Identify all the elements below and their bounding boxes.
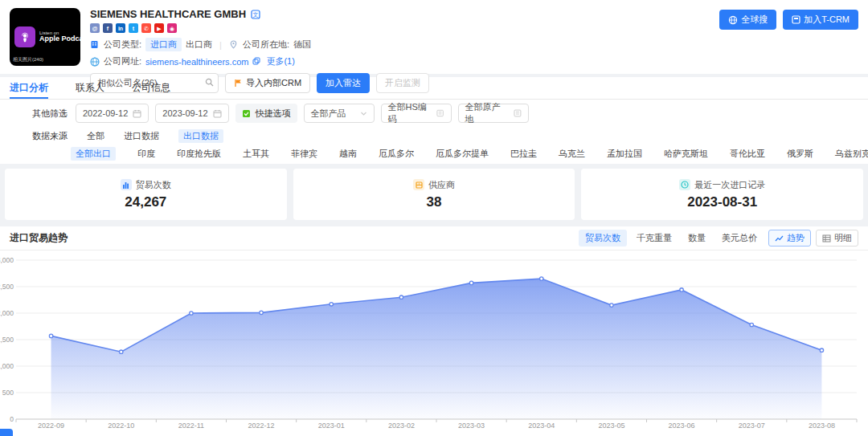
hs-code-select[interactable]: 全部HS编码 <box>381 104 452 123</box>
data-source-option[interactable]: 出口数据 <box>178 129 223 143</box>
country-tab[interactable]: 菲律宾 <box>291 148 317 160</box>
tab-import-analysis[interactable]: 进口分析 <box>10 77 48 99</box>
svg-text:2022-09: 2022-09 <box>38 422 64 430</box>
country-tab[interactable]: 越南 <box>339 148 357 160</box>
origin-select[interactable]: 全部原产地 <box>458 104 529 123</box>
svg-text:0: 0 <box>10 415 14 423</box>
product-select[interactable]: 全部产品 <box>304 104 375 123</box>
trend-view-button[interactable]: 趋势 <box>768 230 811 247</box>
date-to-input[interactable]: 2023-09-12 <box>155 104 228 123</box>
divider: | <box>219 40 222 50</box>
trade-count-card: 贸易次数 24,267 <box>5 169 287 220</box>
website-label: 公司网址: <box>104 55 141 67</box>
last-import-card: 最近一次进口记录 2023-08-31 <box>581 169 863 220</box>
svg-text:2022-11: 2022-11 <box>178 422 204 430</box>
last-import-value: 2023-08-31 <box>687 194 757 210</box>
svg-text:2023-01: 2023-01 <box>318 422 345 430</box>
location-value: 德国 <box>293 39 311 51</box>
data-source-label: 数据来源 <box>32 130 68 142</box>
supplier-icon <box>413 179 424 190</box>
country-tab[interactable]: 厄瓜多尔 <box>379 148 414 160</box>
website-more-link[interactable]: 更多(1) <box>266 55 294 67</box>
phone-icon[interactable]: ✆ <box>141 23 151 33</box>
svg-text:文: 文 <box>253 10 259 17</box>
youtube-icon[interactable]: ▶ <box>154 23 164 33</box>
facebook-icon[interactable]: f <box>103 23 113 33</box>
quick-options-icon <box>242 109 251 118</box>
crm-icon <box>792 15 800 24</box>
svg-text:2,000: 2,000 <box>0 309 14 317</box>
svg-text:2,500: 2,500 <box>0 283 14 291</box>
country-tab[interactable]: 巴拉圭 <box>510 148 537 160</box>
linkedin-icon[interactable]: in <box>116 23 125 33</box>
add-radar-button[interactable]: 加入雷达 <box>317 73 370 93</box>
tab-company-info[interactable]: 公司信息 <box>132 77 170 99</box>
svg-text:2023-05: 2023-05 <box>598 422 624 430</box>
start-monitor-button[interactable]: 开启监测 <box>376 73 429 93</box>
metric-button[interactable]: 贸易次数 <box>579 230 627 247</box>
website-link[interactable]: siemens-healthineers.com <box>145 57 248 67</box>
chat-widget-corner[interactable] <box>0 429 13 436</box>
country-tab[interactable]: 土耳其 <box>243 148 269 160</box>
metric-button[interactable]: 千克重量 <box>630 230 678 247</box>
country-tab[interactable]: 乌克兰 <box>559 148 585 160</box>
chart-title: 进口贸易趋势 <box>10 231 68 245</box>
trade-count-value: 24,267 <box>125 194 166 210</box>
company-type-label: 公司类型: <box>104 39 141 51</box>
country-tab[interactable]: 哈萨克斯坦 <box>664 148 708 160</box>
clock-icon <box>679 179 690 190</box>
chevron-down-icon <box>360 110 367 117</box>
globe-icon <box>728 15 738 25</box>
filter-bar: 其他筛选 2022-09-12 2023-09-12 快捷选项 全部产品 全部H… <box>0 100 868 127</box>
supplier-value: 38 <box>427 194 442 210</box>
import-crm-button[interactable]: 导入内部CRM <box>225 73 310 93</box>
supplier-card: 供应商 38 <box>293 169 575 220</box>
svg-text:2023-07: 2023-07 <box>739 422 765 430</box>
instagram-icon[interactable]: ◉ <box>167 23 177 33</box>
svg-text:2023-02: 2023-02 <box>388 422 415 430</box>
twitter-icon[interactable]: t <box>129 23 138 33</box>
add-tcrm-button[interactable]: 加入T-CRM <box>783 10 858 30</box>
table-icon <box>822 234 831 242</box>
data-source-option[interactable]: 进口数据 <box>124 130 159 142</box>
quick-options-button[interactable]: 快捷选项 <box>235 104 297 123</box>
supplier-label: 供应商 <box>428 179 455 191</box>
company-type-exporter[interactable]: 出口商 <box>186 39 212 51</box>
country-tab[interactable]: 哥伦比亚 <box>730 148 765 160</box>
list-icon <box>514 109 522 117</box>
copy-icon[interactable] <box>252 57 262 67</box>
web-icon[interactable]: @ <box>90 23 100 33</box>
country-tabs: 全部出口印度印度抢先版土耳其菲律宾越南厄瓜多尔厄瓜多尔提单巴拉圭乌克兰孟加拉国哈… <box>0 145 868 164</box>
metric-button[interactable]: 美元总价 <box>715 230 764 247</box>
translate-icon[interactable]: 文 <box>251 10 260 19</box>
chart-toolbar: 贸易次数千克重量数量美元总价 趋势 明细 <box>579 230 858 247</box>
detail-view-button[interactable]: 明细 <box>816 230 858 247</box>
trade-count-label: 贸易次数 <box>136 179 171 191</box>
svg-text:1,500: 1,500 <box>0 336 14 344</box>
svg-text:2022-12: 2022-12 <box>248 422 275 430</box>
logo-overlay-label: 相关图片(240) <box>13 56 43 63</box>
country-tab[interactable]: 俄罗斯 <box>787 148 813 160</box>
country-tab[interactable]: 印度抢先版 <box>177 148 221 160</box>
tab-contacts[interactable]: 联系人 <box>76 77 104 99</box>
line-chart-icon <box>775 234 784 242</box>
svg-text:1,000: 1,000 <box>0 362 14 370</box>
search-icon <box>205 78 214 87</box>
company-header: Listen on Apple Podcasts 相关图片(240) SIEME… <box>0 0 868 74</box>
country-tab[interactable]: 厄瓜多尔提单 <box>436 148 489 160</box>
global-search-button[interactable]: 全球搜 <box>719 10 776 30</box>
metric-button[interactable]: 数量 <box>682 230 712 247</box>
bar-chart-icon <box>121 179 132 190</box>
country-tab[interactable]: 乌兹别克斯坦 <box>835 148 868 160</box>
svg-text:500: 500 <box>2 389 14 397</box>
country-tab[interactable]: 印度 <box>137 148 155 160</box>
date-from-input[interactable]: 2022-09-12 <box>76 104 149 123</box>
flag-icon <box>234 79 243 88</box>
company-type-importer[interactable]: 进口商 <box>145 38 182 51</box>
globe-icon <box>90 57 100 67</box>
svg-text:3,000: 3,000 <box>0 256 14 264</box>
data-source-option[interactable]: 全部 <box>87 130 104 142</box>
country-tab[interactable]: 全部出口 <box>71 147 116 161</box>
country-tab[interactable]: 孟加拉国 <box>607 148 642 160</box>
location-label: 公司所在地: <box>243 39 289 51</box>
